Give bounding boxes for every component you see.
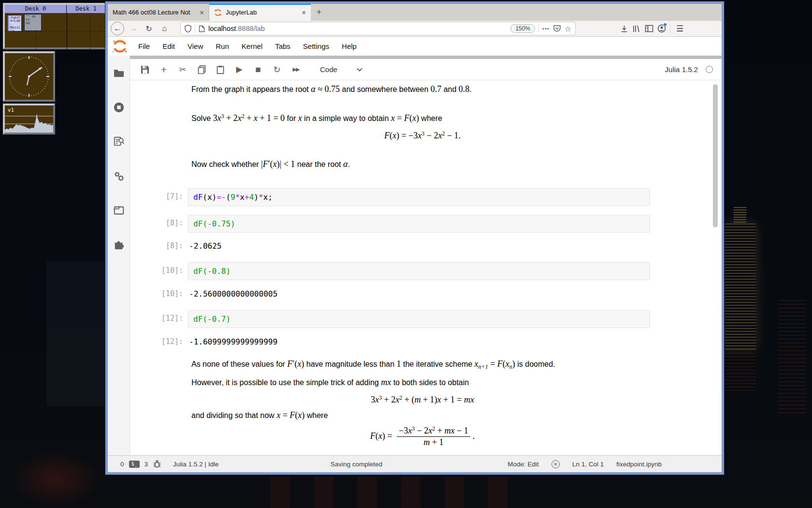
menu-tabs[interactable]: Tabs (269, 42, 297, 50)
code-cell: [12]:dF(-0.7) (130, 310, 722, 328)
markdown-cell: Solve 3x3 + 2x2 + x + 1 = 0 for x in a s… (130, 111, 722, 147)
kernel-status-text[interactable]: Julia 1.5.2 | Idle (173, 461, 218, 468)
scrollbar-thumb[interactable] (713, 84, 718, 227)
code-editor[interactable]: dF(-0.75) (188, 215, 650, 233)
terminals-count: 0 (120, 461, 124, 468)
pager-mini-window-jupyterlab[interactable]: JupyterLab-Mozilla (7, 15, 22, 31)
zoom-level-badge[interactable]: 150% (510, 24, 535, 33)
open-tabs-icon[interactable] (113, 205, 125, 216)
jupyterlab-left-sidebar (108, 56, 130, 455)
notebook-content: From the graph it appears the root α ≈ 0… (130, 80, 722, 455)
url-path: :8888/lab (236, 25, 265, 32)
kernel-status-icon[interactable] (706, 66, 713, 73)
back-button[interactable]: ← (111, 22, 124, 35)
menu-run[interactable]: Run (209, 42, 235, 50)
menu-hamburger-icon[interactable]: ☰ (674, 24, 685, 34)
page-actions-icon[interactable]: ••• (542, 26, 550, 31)
toolbar-right-icons: ☰ (620, 24, 685, 34)
home-button[interactable]: ⌂ (158, 22, 171, 35)
running-sessions-icon[interactable] (113, 102, 125, 113)
browser-tab-lecture-notes[interactable]: Math 466 oct08 Lecture Not × (108, 4, 209, 21)
skyline-building (46, 261, 105, 406)
debugger-bug-icon[interactable] (153, 460, 161, 468)
tab-close-icon[interactable]: × (302, 8, 306, 16)
bookmark-star-icon[interactable]: ☆ (565, 24, 571, 33)
tab-title: Math 466 oct08 Lecture Not (113, 9, 196, 16)
cell-type-dropdown[interactable]: Code (320, 65, 362, 74)
output-prompt: [10]: (130, 288, 188, 298)
code-cell: [7]:dF(x)=-(9*x+4)*x; (130, 188, 722, 206)
output-text: -2.0625 (188, 240, 221, 251)
file-browser-icon[interactable] (113, 67, 125, 79)
command-palette-icon[interactable] (113, 136, 125, 148)
browser-navigation-bar: ← → ↻ ⌂ localhost:8888/lab 150% ••• ☆ (108, 21, 722, 37)
output-prompt: [8]: (130, 240, 188, 250)
code-editor[interactable]: dF(-0.8) (188, 262, 650, 280)
output-prompt: [12]: (130, 336, 188, 346)
firefox-window: Math 466 oct08 Lecture Not × JupyterLab … (105, 1, 724, 475)
code-editor[interactable]: dF(-0.7) (188, 310, 650, 328)
markdown-text: Solve 3x3 + 2x2 + x + 1 = 0 for x in a s… (191, 111, 653, 123)
add-cell-icon[interactable]: + (157, 62, 171, 77)
menu-settings[interactable]: Settings (297, 42, 335, 50)
run-cell-icon[interactable]: ▶ (232, 62, 246, 77)
cut-cells-icon[interactable]: ✂ (175, 62, 190, 77)
divider (538, 24, 539, 33)
menu-file[interactable]: File (132, 42, 156, 50)
math-fraction: −3x3 − 2x2 + mx − 1m + 1 (397, 426, 470, 448)
menu-edit[interactable]: Edit (156, 42, 181, 50)
account-icon[interactable] (657, 24, 666, 33)
terminal-icon: $_ (129, 461, 140, 468)
new-tab-button[interactable]: + (311, 4, 327, 21)
notifications-off-icon[interactable]: ✕ (551, 460, 560, 468)
copy-cells-icon[interactable] (194, 62, 209, 77)
interrupt-kernel-icon[interactable]: ■ (251, 62, 265, 77)
markdown-text: Now check whether |F′(x)| < 1 near the r… (191, 159, 653, 169)
sidebar-toggle-icon[interactable] (645, 25, 653, 32)
download-icon[interactable] (620, 25, 628, 33)
output-area: [12]:-1.6099999999999999 (130, 336, 722, 346)
kernels-count: 3 (145, 461, 148, 468)
code-editor[interactable]: dF(x)=-(9*x+4)*x; (188, 188, 650, 206)
browser-tab-bar: Math 466 oct08 Lecture Not × JupyterLab … (108, 4, 722, 21)
execution-prompt: [12]: (130, 310, 188, 323)
markdown-cell: From the graph it appears the root α ≈ 0… (130, 84, 722, 100)
pocket-icon[interactable] (553, 25, 561, 32)
save-icon[interactable] (138, 62, 152, 77)
scrollbar[interactable] (713, 80, 718, 455)
code-cell: [10]:dF(-0.8) (130, 262, 722, 280)
analog-clock (5, 53, 53, 100)
kernel-name[interactable]: Julia 1.5.2 (665, 65, 698, 74)
paste-cells-icon[interactable] (213, 62, 228, 77)
menu-help[interactable]: Help (335, 42, 363, 50)
browser-tab-jupyterlab[interactable]: JupyterLab × (209, 4, 311, 21)
pager-mini-window-terminal[interactable]: '" osttnd (24, 14, 42, 31)
execution-prompt: [8]: (130, 215, 188, 227)
url-bar[interactable]: localhost:8888/lab 150% ••• ☆ (180, 22, 576, 35)
output-area: [8]:-2.0625 (130, 240, 722, 251)
menu-view[interactable]: View (181, 42, 209, 50)
tab-close-icon[interactable]: × (200, 8, 204, 16)
restart-run-all-icon[interactable]: ▶▶ (289, 62, 303, 77)
math-equation: F(x) = −3x3 − 2x2 − 1. (191, 129, 653, 141)
desktop-pager[interactable]: Desk 0 Desk 1 JupyterLab-Mozilla '" ostt… (3, 3, 107, 49)
shield-icon[interactable] (185, 25, 191, 32)
url-host: localhost (208, 25, 236, 32)
property-inspector-icon[interactable] (113, 170, 125, 182)
extension-manager-icon[interactable] (113, 239, 125, 251)
url-text[interactable]: localhost:8888/lab (208, 25, 507, 32)
restart-kernel-icon[interactable]: ↻ (270, 62, 284, 77)
code-cell: [8]:dF(-0.75) (130, 215, 722, 233)
page-icon (199, 25, 205, 32)
menu-kernel[interactable]: Kernel (235, 42, 269, 50)
cursor-position: Ln 1, Col 1 (572, 461, 604, 468)
library-icon[interactable] (632, 25, 641, 33)
execution-prompt: [10]: (130, 262, 188, 275)
pager-desk-1-label[interactable]: Desk 1 (67, 5, 105, 13)
pager-desk-0-label[interactable]: Desk 0 (5, 5, 67, 13)
chevron-down-icon (357, 68, 362, 72)
reload-button[interactable]: ↻ (143, 22, 155, 35)
math-equation: F(x) = −3x3 − 2x2 + mx − 1m + 1. (191, 426, 653, 448)
clock-widget (3, 51, 55, 102)
forward-button[interactable]: → (127, 22, 140, 35)
